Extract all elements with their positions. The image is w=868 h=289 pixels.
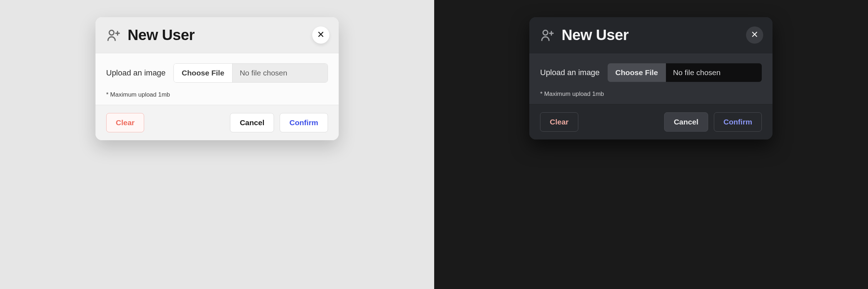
svg-point-5 [543,30,548,35]
confirm-button[interactable]: Confirm [280,113,328,132]
dark-theme-panel: New User Upload an image Choose File No … [434,0,868,289]
close-button[interactable] [746,26,763,44]
modal-body: Upload an image Choose File No file chos… [95,53,339,105]
modal-body: Upload an image Choose File No file chos… [529,53,773,104]
user-plus-icon [540,28,554,42]
modal-footer: Clear Cancel Confirm [529,104,773,139]
new-user-modal: New User Upload an image Choose File No … [95,17,339,140]
close-button[interactable] [312,26,329,44]
cancel-button[interactable]: Cancel [664,112,708,132]
new-user-modal: New User Upload an image Choose File No … [529,17,773,139]
close-icon [751,30,758,40]
modal-header: New User [95,17,339,53]
upload-hint: * Maximum upload 1mb [106,91,328,98]
modal-title: New User [128,26,195,44]
cancel-button[interactable]: Cancel [230,113,274,132]
svg-point-0 [109,30,114,35]
light-theme-panel: New User Upload an image Choose File No … [0,0,434,289]
modal-header: New User [529,17,773,53]
upload-label: Upload an image [106,68,166,78]
choose-file-button[interactable]: Choose File [608,63,666,82]
file-picker: Choose File No file chosen [173,63,328,83]
choose-file-button[interactable]: Choose File [174,64,232,82]
file-status-text: No file chosen [666,63,762,82]
file-status-text: No file chosen [232,64,328,82]
clear-button[interactable]: Clear [106,113,144,132]
confirm-button[interactable]: Confirm [714,112,762,132]
user-plus-icon [106,28,121,42]
clear-button[interactable]: Clear [540,112,578,132]
upload-hint: * Maximum upload 1mb [540,90,762,98]
modal-footer: Clear Cancel Confirm [95,105,339,140]
upload-row: Upload an image Choose File No file chos… [540,63,762,82]
modal-title: New User [561,26,628,44]
upload-row: Upload an image Choose File No file chos… [106,63,328,83]
file-picker: Choose File No file chosen [608,63,762,82]
upload-label: Upload an image [540,68,599,77]
close-icon [317,30,324,40]
